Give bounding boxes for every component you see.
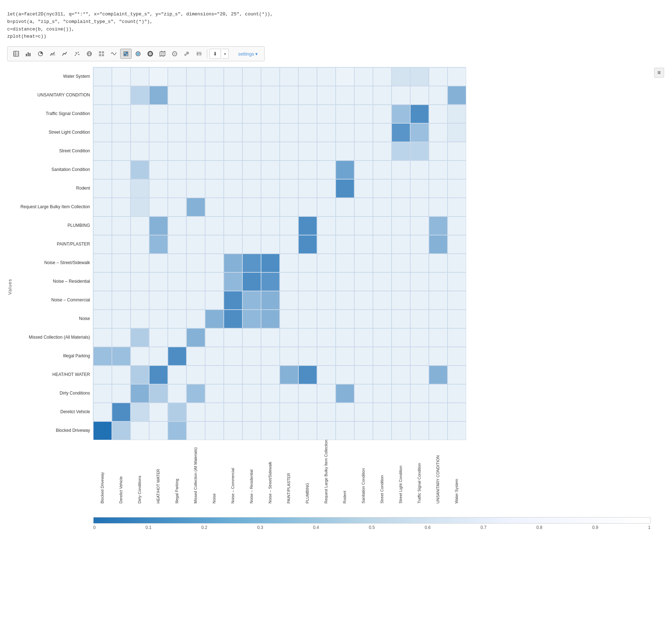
heatmap-cell[interactable] xyxy=(354,384,373,403)
heatmap-cell[interactable] xyxy=(373,123,392,142)
heatmap-cell[interactable] xyxy=(392,328,410,347)
heatmap-cell[interactable] xyxy=(131,142,149,161)
heatmap-cell[interactable] xyxy=(224,216,242,235)
heatmap-cell[interactable] xyxy=(336,254,354,272)
heatmap-cell[interactable] xyxy=(224,328,242,347)
heatmap-cell[interactable] xyxy=(205,179,224,198)
heatmap-cell[interactable] xyxy=(298,328,317,347)
heatmap-cell[interactable] xyxy=(186,366,205,384)
heatmap-cell[interactable] xyxy=(242,235,261,254)
heatmap-cell[interactable] xyxy=(186,123,205,142)
heatmap-cell[interactable] xyxy=(317,86,336,105)
heatmap-cell[interactable] xyxy=(298,67,317,86)
heatmap-cell[interactable] xyxy=(298,198,317,216)
heatmap-cell[interactable] xyxy=(131,366,149,384)
heatmap-cell[interactable] xyxy=(131,421,149,440)
heatmap-cell[interactable] xyxy=(429,67,448,86)
heatmap-cell[interactable] xyxy=(317,254,336,272)
pie-chart-btn[interactable] xyxy=(35,49,46,59)
heatmap-cell[interactable] xyxy=(336,403,354,421)
heatmap-cell[interactable] xyxy=(93,235,112,254)
heatmap-cell[interactable] xyxy=(168,328,186,347)
heatmap-cell[interactable] xyxy=(112,198,131,216)
heatmap-cell[interactable] xyxy=(410,235,429,254)
heatmap-cell[interactable] xyxy=(280,347,298,366)
heatmap-cell[interactable] xyxy=(205,421,224,440)
heatmap-cell[interactable] xyxy=(336,384,354,403)
area-chart-btn[interactable] xyxy=(47,49,58,59)
heatmap-cell[interactable] xyxy=(131,328,149,347)
heatmap-cell[interactable] xyxy=(261,123,280,142)
heatmap-cell[interactable] xyxy=(224,421,242,440)
heatmap-cell[interactable] xyxy=(392,123,410,142)
heatmap-cell[interactable] xyxy=(149,403,168,421)
heatmap-cell[interactable] xyxy=(373,421,392,440)
heatmap-cell[interactable] xyxy=(392,179,410,198)
heatmap-cell[interactable] xyxy=(336,216,354,235)
heatmap-cell[interactable] xyxy=(131,105,149,123)
heatmap-cell[interactable] xyxy=(224,384,242,403)
heatmap-cell[interactable] xyxy=(429,86,448,105)
heatmap-cell[interactable] xyxy=(131,254,149,272)
heatmap-cell[interactable] xyxy=(298,179,317,198)
heatmap-cell[interactable] xyxy=(205,86,224,105)
heatmap-cell[interactable] xyxy=(448,291,466,310)
heatmap-cell[interactable] xyxy=(373,291,392,310)
heatmap-cell[interactable] xyxy=(261,403,280,421)
heatmap-cell[interactable] xyxy=(112,421,131,440)
heatmap-cell[interactable] xyxy=(168,310,186,328)
heatmap-cell[interactable] xyxy=(280,384,298,403)
heatmap-cell[interactable] xyxy=(149,216,168,235)
heatmap-cell[interactable] xyxy=(93,384,112,403)
heatmap-cell[interactable] xyxy=(410,421,429,440)
heatmap-cell[interactable] xyxy=(448,328,466,347)
heatmap-cell[interactable] xyxy=(261,105,280,123)
heatmap-cell[interactable] xyxy=(261,421,280,440)
heatmap-cell[interactable] xyxy=(336,142,354,161)
heatmap-cell[interactable] xyxy=(336,366,354,384)
heatmap-cell[interactable] xyxy=(186,291,205,310)
heatmap-cell[interactable] xyxy=(373,384,392,403)
heatmap-cell[interactable] xyxy=(354,105,373,123)
heatmap-cell[interactable] xyxy=(242,198,261,216)
heatmap-cell[interactable] xyxy=(205,142,224,161)
heatmap-cell[interactable] xyxy=(354,291,373,310)
heatmap-cell[interactable] xyxy=(317,142,336,161)
heatmap-cell[interactable] xyxy=(224,105,242,123)
heatmap-cell[interactable] xyxy=(298,310,317,328)
heatmap-cell[interactable] xyxy=(242,216,261,235)
heatmap-cell[interactable] xyxy=(112,403,131,421)
heatmap-cell[interactable] xyxy=(317,123,336,142)
heatmap-cell[interactable] xyxy=(392,105,410,123)
heatmap-cell[interactable] xyxy=(354,366,373,384)
heatmap-cell[interactable] xyxy=(168,291,186,310)
heatmap-cell[interactable] xyxy=(261,347,280,366)
heatmap-cell[interactable] xyxy=(429,142,448,161)
heatmap-cell[interactable] xyxy=(429,421,448,440)
scatter-chart-btn[interactable] xyxy=(71,49,83,59)
heatmap-cell[interactable] xyxy=(280,328,298,347)
heatmap-cell[interactable] xyxy=(131,67,149,86)
heatmap-cell[interactable] xyxy=(317,291,336,310)
heatmap-cell[interactable] xyxy=(336,86,354,105)
heatmap-cell[interactable] xyxy=(448,272,466,291)
heatmap-cell[interactable] xyxy=(280,179,298,198)
globe1-btn[interactable] xyxy=(84,49,95,59)
heatmap-cell[interactable] xyxy=(168,123,186,142)
heatmap-cell[interactable] xyxy=(93,347,112,366)
heatmap-cell[interactable] xyxy=(131,291,149,310)
heatmap-cell[interactable] xyxy=(317,198,336,216)
heatmap-cell[interactable] xyxy=(131,384,149,403)
heatmap-cell[interactable] xyxy=(298,216,317,235)
heatmap-cell[interactable] xyxy=(261,366,280,384)
donut-btn[interactable] xyxy=(145,49,156,59)
heatmap-cell[interactable] xyxy=(224,347,242,366)
heatmap-cell[interactable] xyxy=(392,86,410,105)
heatmap-cell[interactable] xyxy=(373,105,392,123)
heatmap-cell[interactable] xyxy=(186,235,205,254)
heatmap-cell[interactable] xyxy=(93,366,112,384)
heatmap-cell[interactable] xyxy=(112,366,131,384)
heatmap-cell[interactable] xyxy=(448,403,466,421)
heatmap-cell[interactable] xyxy=(242,179,261,198)
heatmap-cell[interactable] xyxy=(93,142,112,161)
